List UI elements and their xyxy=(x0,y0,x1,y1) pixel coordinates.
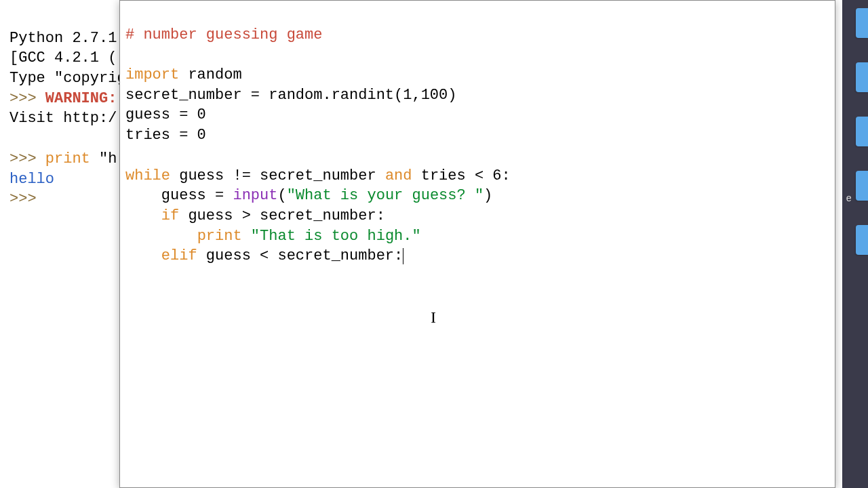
desktop-tab xyxy=(856,62,868,92)
code-line: while guess != secret_number and tries <… xyxy=(125,167,511,184)
shell-output-line: hello xyxy=(9,171,54,188)
warning-label: WARNING: xyxy=(45,90,117,107)
text-cursor xyxy=(403,248,403,264)
desktop-tab xyxy=(856,225,868,255)
code-line: tries = 0 xyxy=(125,127,206,144)
desktop-right-edge xyxy=(848,0,868,488)
mouse-text-cursor-icon: I xyxy=(431,306,436,328)
desktop-label-fragment: e xyxy=(846,193,852,204)
shell-input-line: >>> print "h xyxy=(9,150,117,167)
shell-banner-line: Python 2.7.1 xyxy=(9,30,117,47)
desktop-tab xyxy=(856,171,868,201)
code-line: import random xyxy=(125,66,242,83)
code-line: guess = input("What is your guess? ") xyxy=(125,187,492,204)
code-line: print "That is too high." xyxy=(125,228,421,245)
code-line: # number guessing game xyxy=(125,26,322,43)
code-line: elif guess < secret_number: xyxy=(125,247,403,264)
code-line: guess = 0 xyxy=(125,106,206,123)
shell-banner-line: [GCC 4.2.1 ( xyxy=(9,49,117,66)
code-line: if guess > secret_number: xyxy=(125,207,385,224)
shell-link-line: Visit http:/ xyxy=(9,110,117,127)
shell-prompt-line: >>> xyxy=(9,190,45,207)
desktop-tab xyxy=(856,8,868,38)
shell-banner-line: Type "copyrig xyxy=(9,70,126,87)
desktop-tab xyxy=(856,117,868,146)
editor-window[interactable]: Untitled # number guessing game import r… xyxy=(119,0,835,488)
shell-prompt-line: >>> WARNING: xyxy=(9,90,117,107)
code-editor[interactable]: # number guessing game import random sec… xyxy=(120,1,835,487)
code-line: secret_number = random.randint(1,100) xyxy=(125,87,456,104)
